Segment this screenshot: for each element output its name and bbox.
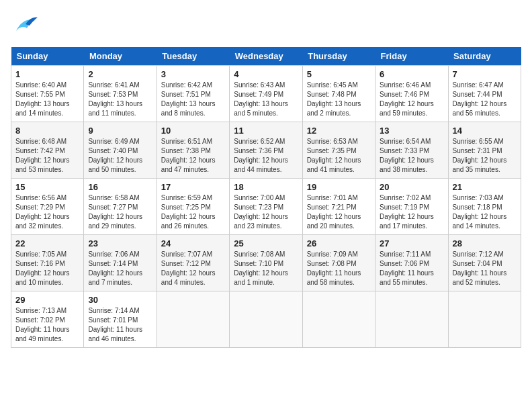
day-info: Sunrise: 7:13 AM Sunset: 7:02 PM Dayligh…	[15, 306, 79, 344]
day-number: 3	[161, 69, 225, 79]
day-cell: 4Sunrise: 6:43 AM Sunset: 7:49 PM Daylig…	[230, 66, 302, 122]
day-info: Sunrise: 7:11 AM Sunset: 7:06 PM Dayligh…	[380, 250, 443, 287]
day-cell: 27Sunrise: 7:11 AM Sunset: 7:06 PM Dayli…	[375, 235, 448, 291]
day-number: 8	[15, 126, 79, 136]
day-number: 27	[380, 238, 443, 248]
day-cell: 1Sunrise: 6:40 AM Sunset: 7:55 PM Daylig…	[11, 66, 84, 122]
day-number: 23	[88, 238, 152, 248]
day-cell: 9Sunrise: 6:49 AM Sunset: 7:40 PM Daylig…	[84, 122, 157, 179]
day-number: 1	[15, 69, 79, 79]
day-cell: 16Sunrise: 6:58 AM Sunset: 7:27 PM Dayli…	[84, 179, 157, 235]
week-row-1: 1Sunrise: 6:40 AM Sunset: 7:55 PM Daylig…	[11, 66, 521, 122]
weekday-header-friday: Friday	[375, 47, 448, 66]
day-info: Sunrise: 7:03 AM Sunset: 7:18 PM Dayligh…	[453, 193, 517, 231]
day-cell: 15Sunrise: 6:56 AM Sunset: 7:29 PM Dayli…	[11, 179, 84, 235]
day-info: Sunrise: 6:42 AM Sunset: 7:51 PM Dayligh…	[161, 81, 225, 118]
day-number: 18	[234, 182, 298, 192]
day-cell: 13Sunrise: 6:54 AM Sunset: 7:33 PM Dayli…	[375, 122, 448, 179]
day-info: Sunrise: 7:09 AM Sunset: 7:08 PM Dayligh…	[307, 250, 371, 287]
week-row-5: 29Sunrise: 7:13 AM Sunset: 7:02 PM Dayli…	[11, 291, 521, 348]
day-cell: 6Sunrise: 6:46 AM Sunset: 7:46 PM Daylig…	[375, 66, 448, 122]
day-number: 7	[453, 69, 517, 79]
week-row-3: 15Sunrise: 6:56 AM Sunset: 7:29 PM Dayli…	[11, 179, 521, 235]
weekday-header-thursday: Thursday	[302, 47, 375, 66]
day-number: 17	[161, 182, 225, 192]
day-info: Sunrise: 7:05 AM Sunset: 7:16 PM Dayligh…	[15, 250, 79, 287]
day-cell: 5Sunrise: 6:45 AM Sunset: 7:48 PM Daylig…	[302, 66, 375, 122]
day-info: Sunrise: 6:40 AM Sunset: 7:55 PM Dayligh…	[15, 81, 79, 118]
logo	[11, 11, 43, 40]
logo-icon	[11, 11, 40, 40]
day-info: Sunrise: 6:55 AM Sunset: 7:31 PM Dayligh…	[453, 137, 517, 175]
day-info: Sunrise: 6:51 AM Sunset: 7:38 PM Dayligh…	[161, 137, 225, 175]
day-info: Sunrise: 6:59 AM Sunset: 7:25 PM Dayligh…	[161, 193, 225, 231]
day-number: 11	[234, 126, 298, 136]
day-number: 12	[307, 126, 371, 136]
day-cell: 23Sunrise: 7:06 AM Sunset: 7:14 PM Dayli…	[84, 235, 157, 291]
day-number: 10	[161, 126, 225, 136]
day-number: 19	[307, 182, 371, 192]
day-number: 28	[453, 238, 517, 248]
day-cell	[230, 291, 302, 348]
day-cell	[302, 291, 375, 348]
day-number: 15	[15, 182, 79, 192]
day-info: Sunrise: 7:01 AM Sunset: 7:21 PM Dayligh…	[307, 193, 371, 231]
day-info: Sunrise: 7:02 AM Sunset: 7:19 PM Dayligh…	[380, 193, 443, 231]
header	[11, 11, 521, 40]
day-cell: 7Sunrise: 6:47 AM Sunset: 7:44 PM Daylig…	[448, 66, 521, 122]
day-number: 24	[161, 238, 225, 248]
weekday-header-tuesday: Tuesday	[157, 47, 229, 66]
day-cell: 20Sunrise: 7:02 AM Sunset: 7:19 PM Dayli…	[375, 179, 448, 235]
day-number: 21	[453, 182, 517, 192]
day-info: Sunrise: 6:45 AM Sunset: 7:48 PM Dayligh…	[307, 81, 371, 118]
day-info: Sunrise: 6:53 AM Sunset: 7:35 PM Dayligh…	[307, 137, 371, 175]
day-info: Sunrise: 6:48 AM Sunset: 7:42 PM Dayligh…	[15, 137, 79, 175]
day-number: 5	[307, 69, 371, 79]
day-number: 26	[307, 238, 371, 248]
day-cell	[375, 291, 448, 348]
day-number: 14	[453, 126, 517, 136]
day-number: 6	[380, 69, 443, 79]
day-number: 13	[380, 126, 443, 136]
week-row-2: 8Sunrise: 6:48 AM Sunset: 7:42 PM Daylig…	[11, 122, 521, 179]
day-info: Sunrise: 6:56 AM Sunset: 7:29 PM Dayligh…	[15, 193, 79, 231]
day-cell: 21Sunrise: 7:03 AM Sunset: 7:18 PM Dayli…	[448, 179, 521, 235]
day-number: 20	[380, 182, 443, 192]
day-cell: 26Sunrise: 7:09 AM Sunset: 7:08 PM Dayli…	[302, 235, 375, 291]
day-number: 4	[234, 69, 298, 79]
day-cell: 3Sunrise: 6:42 AM Sunset: 7:51 PM Daylig…	[157, 66, 229, 122]
day-number: 30	[88, 295, 152, 305]
day-info: Sunrise: 7:07 AM Sunset: 7:12 PM Dayligh…	[161, 250, 225, 287]
weekday-header-row: SundayMondayTuesdayWednesdayThursdayFrid…	[11, 47, 521, 66]
day-cell: 19Sunrise: 7:01 AM Sunset: 7:21 PM Dayli…	[302, 179, 375, 235]
day-info: Sunrise: 6:43 AM Sunset: 7:49 PM Dayligh…	[234, 81, 298, 118]
day-info: Sunrise: 6:47 AM Sunset: 7:44 PM Dayligh…	[453, 81, 517, 118]
day-cell: 10Sunrise: 6:51 AM Sunset: 7:38 PM Dayli…	[157, 122, 229, 179]
day-info: Sunrise: 7:06 AM Sunset: 7:14 PM Dayligh…	[88, 250, 152, 287]
day-number: 2	[88, 69, 152, 79]
day-cell: 22Sunrise: 7:05 AM Sunset: 7:16 PM Dayli…	[11, 235, 84, 291]
day-number: 16	[88, 182, 152, 192]
day-info: Sunrise: 6:49 AM Sunset: 7:40 PM Dayligh…	[88, 137, 152, 175]
day-info: Sunrise: 7:08 AM Sunset: 7:10 PM Dayligh…	[234, 250, 298, 287]
day-info: Sunrise: 6:41 AM Sunset: 7:53 PM Dayligh…	[88, 81, 152, 118]
day-cell: 29Sunrise: 7:13 AM Sunset: 7:02 PM Dayli…	[11, 291, 84, 348]
day-cell: 17Sunrise: 6:59 AM Sunset: 7:25 PM Dayli…	[157, 179, 229, 235]
day-info: Sunrise: 6:54 AM Sunset: 7:33 PM Dayligh…	[380, 137, 443, 175]
day-info: Sunrise: 6:46 AM Sunset: 7:46 PM Dayligh…	[380, 81, 443, 118]
day-cell: 18Sunrise: 7:00 AM Sunset: 7:23 PM Dayli…	[230, 179, 302, 235]
day-number: 29	[15, 295, 79, 305]
day-cell: 30Sunrise: 7:14 AM Sunset: 7:01 PM Dayli…	[84, 291, 157, 348]
day-number: 22	[15, 238, 79, 248]
weekday-header-sunday: Sunday	[11, 47, 84, 66]
day-info: Sunrise: 6:58 AM Sunset: 7:27 PM Dayligh…	[88, 193, 152, 231]
day-cell: 11Sunrise: 6:52 AM Sunset: 7:36 PM Dayli…	[230, 122, 302, 179]
day-cell: 2Sunrise: 6:41 AM Sunset: 7:53 PM Daylig…	[84, 66, 157, 122]
weekday-header-saturday: Saturday	[448, 47, 521, 66]
calendar-table: SundayMondayTuesdayWednesdayThursdayFrid…	[11, 47, 521, 348]
day-info: Sunrise: 7:14 AM Sunset: 7:01 PM Dayligh…	[88, 306, 152, 344]
day-info: Sunrise: 7:00 AM Sunset: 7:23 PM Dayligh…	[234, 193, 298, 231]
day-cell	[448, 291, 521, 348]
day-cell: 8Sunrise: 6:48 AM Sunset: 7:42 PM Daylig…	[11, 122, 84, 179]
day-number: 9	[88, 126, 152, 136]
